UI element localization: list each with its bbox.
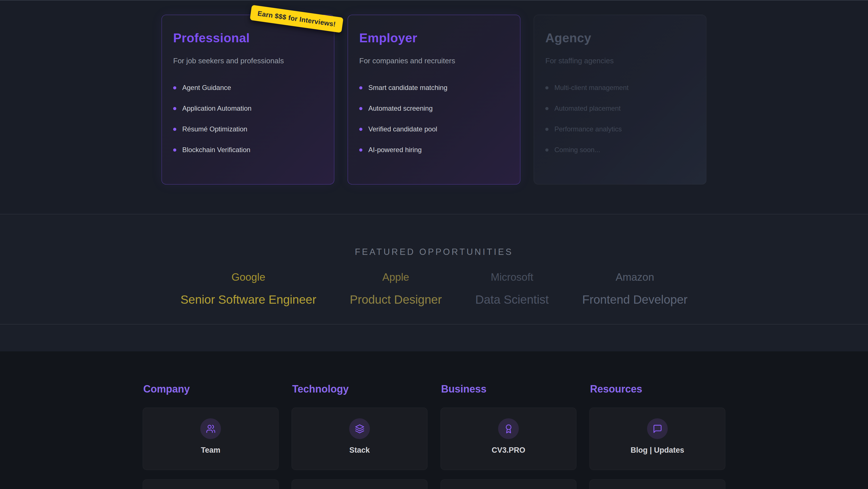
footer-column-technology: Technology Stack bbox=[291, 383, 428, 489]
plan-feature: Coming soon... bbox=[546, 146, 695, 154]
featured-heading: FEATURED OPPORTUNITIES bbox=[0, 214, 868, 257]
plan-feature: Smart candidate matching bbox=[360, 83, 509, 92]
plan-feature: Application Automation bbox=[173, 104, 323, 113]
plan-feature-label: Smart candidate matching bbox=[369, 84, 447, 92]
footer-card-team[interactable]: Team bbox=[143, 407, 279, 470]
plan-feature-label: Agent Guidance bbox=[182, 84, 231, 92]
footer-card-partial[interactable] bbox=[143, 479, 279, 489]
footer-card-blog[interactable]: Blog | Updates bbox=[589, 407, 725, 470]
spacer-band bbox=[0, 324, 868, 351]
plan-feature-label: Blockchain Verification bbox=[182, 146, 250, 154]
bullet-dot-icon bbox=[546, 128, 549, 131]
plan-title: Employer bbox=[360, 31, 509, 45]
featured-item-google[interactable]: Google Senior Software Engineer bbox=[180, 271, 316, 307]
footer-grid: Company Team Technology Stack bbox=[143, 351, 725, 489]
award-icon bbox=[498, 418, 519, 439]
plan-title: Agency bbox=[546, 31, 695, 45]
bullet-dot-icon bbox=[546, 148, 549, 151]
plan-feature-list: Smart candidate matching Automated scree… bbox=[360, 83, 509, 154]
plan-feature: Performance analytics bbox=[546, 125, 695, 134]
featured-role: Frontend Developer bbox=[582, 293, 688, 307]
bullet-dot-icon bbox=[546, 107, 549, 110]
plan-card-agency: Agency For staffing agencies Multi-clien… bbox=[534, 15, 707, 184]
plan-feature-label: Application Automation bbox=[182, 105, 252, 112]
footer-card-label: Stack bbox=[292, 446, 427, 455]
plan-subtitle: For job seekers and professionals bbox=[173, 56, 323, 65]
bullet-dot-icon bbox=[360, 86, 363, 89]
footer-column-company: Company Team bbox=[143, 383, 279, 489]
bullet-dot-icon bbox=[173, 86, 177, 89]
footer-column-resources: Resources Blog | Updates bbox=[589, 383, 725, 489]
plan-feature-label: Automated placement bbox=[555, 105, 621, 112]
bullet-dot-icon bbox=[546, 86, 549, 89]
plan-feature-label: Multi-client management bbox=[555, 84, 628, 92]
featured-item-amazon[interactable]: Amazon Frontend Developer bbox=[582, 271, 688, 307]
footer-column-heading: Resources bbox=[590, 383, 725, 395]
plan-feature-label: Verified candidate pool bbox=[369, 125, 437, 133]
featured-company: Amazon bbox=[582, 271, 688, 283]
featured-company: Google bbox=[180, 271, 316, 283]
footer-column-heading: Business bbox=[441, 383, 576, 395]
plans-row: Professional For job seekers and profess… bbox=[162, 15, 707, 184]
plan-feature-label: AI-powered hiring bbox=[369, 146, 422, 154]
footer-card-partial[interactable] bbox=[440, 479, 577, 489]
footer-card-cv3pro[interactable]: CV3.PRO bbox=[440, 407, 577, 470]
layers-icon bbox=[349, 418, 370, 439]
footer-column-heading: Company bbox=[143, 383, 278, 395]
featured-company: Apple bbox=[350, 271, 442, 283]
plan-feature-list: Agent Guidance Application Automation Ré… bbox=[173, 83, 323, 154]
bullet-dot-icon bbox=[173, 148, 177, 151]
users-icon bbox=[200, 418, 221, 439]
featured-items-row: Google Senior Software Engineer Apple Pr… bbox=[0, 271, 868, 307]
plan-feature-label: Coming soon... bbox=[555, 146, 600, 154]
plans-section: Earn $$$ for Interviews! Professional Fo… bbox=[0, 0, 868, 214]
plan-feature-label: Automated screening bbox=[369, 105, 433, 112]
footer-card-label: Blog | Updates bbox=[590, 446, 725, 455]
footer-card-label: Team bbox=[143, 446, 278, 455]
message-icon bbox=[647, 418, 668, 439]
plan-feature: Résumé Optimization bbox=[173, 125, 323, 134]
plan-card-employer[interactable]: Employer For companies and recruiters Sm… bbox=[348, 15, 521, 184]
plan-title: Professional bbox=[173, 31, 323, 45]
bullet-dot-icon bbox=[360, 107, 363, 110]
bullet-dot-icon bbox=[360, 128, 363, 131]
footer-card-stack[interactable]: Stack bbox=[291, 407, 428, 470]
featured-role: Product Designer bbox=[350, 293, 442, 307]
featured-item-microsoft[interactable]: Microsoft Data Scientist bbox=[475, 271, 549, 307]
plan-feature: AI-powered hiring bbox=[360, 146, 509, 154]
plan-feature-list: Multi-client management Automated placem… bbox=[546, 83, 695, 154]
plan-card-professional[interactable]: Professional For job seekers and profess… bbox=[162, 15, 335, 184]
footer-card-label: CV3.PRO bbox=[441, 446, 576, 455]
bullet-dot-icon bbox=[360, 148, 363, 151]
plan-feature: Automated screening bbox=[360, 104, 509, 113]
featured-item-apple[interactable]: Apple Product Designer bbox=[350, 271, 442, 307]
plan-feature: Automated placement bbox=[546, 104, 695, 113]
plan-feature: Agent Guidance bbox=[173, 83, 323, 92]
footer-card-partial[interactable] bbox=[589, 479, 725, 489]
plan-subtitle: For staffing agencies bbox=[546, 56, 695, 65]
plan-feature: Blockchain Verification bbox=[173, 146, 323, 154]
featured-opportunities-section: FEATURED OPPORTUNITIES Google Senior Sof… bbox=[0, 214, 868, 324]
bullet-dot-icon bbox=[173, 128, 177, 131]
plan-subtitle: For companies and recruiters bbox=[360, 56, 509, 65]
footer-column-heading: Technology bbox=[292, 383, 427, 395]
footer-card-partial[interactable] bbox=[291, 479, 428, 489]
featured-role: Data Scientist bbox=[475, 293, 549, 307]
plan-feature-label: Résumé Optimization bbox=[182, 125, 247, 133]
plan-feature: Verified candidate pool bbox=[360, 125, 509, 134]
footer-column-business: Business CV3.PRO bbox=[440, 383, 577, 489]
bullet-dot-icon bbox=[173, 107, 177, 110]
featured-company: Microsoft bbox=[475, 271, 549, 283]
plan-feature: Multi-client management bbox=[546, 83, 695, 92]
featured-role: Senior Software Engineer bbox=[180, 293, 316, 307]
plan-feature-label: Performance analytics bbox=[555, 125, 622, 133]
footer: Company Team Technology Stack bbox=[0, 351, 868, 489]
